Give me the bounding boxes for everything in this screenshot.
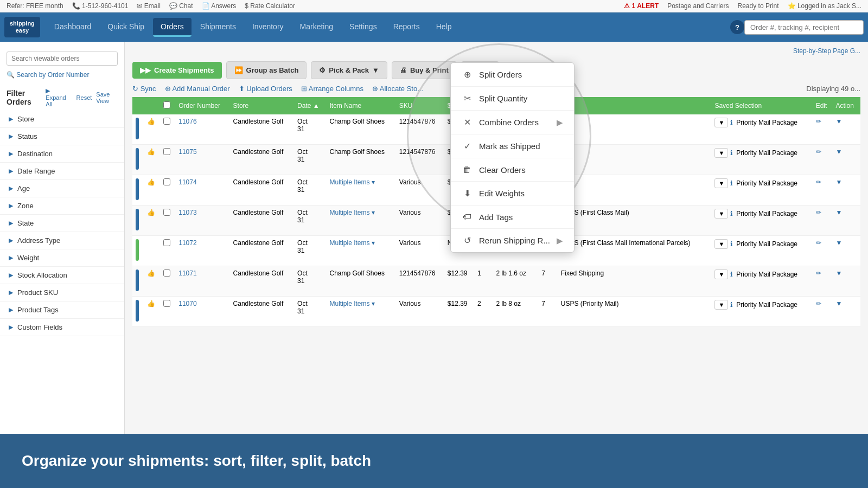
thumbs-up-icon[interactable]: 👍	[147, 148, 155, 156]
group-as-batch-button[interactable]: ⏩ Group as Batch	[226, 61, 307, 79]
dropdown-menu-item-mark-as-shipped[interactable]: ✓ Mark as Shipped	[451, 134, 574, 158]
order-number-link[interactable]: 11073	[178, 209, 196, 216]
filter-address-type[interactable]: ▶Address Type	[0, 232, 124, 249]
action-icon[interactable]: ▼	[836, 148, 843, 156]
nav-quick-ship[interactable]: Quick Ship	[100, 18, 152, 37]
col-order-number[interactable]: Order Number	[175, 97, 229, 114]
thumbs-up-icon[interactable]: 👍	[147, 118, 155, 125]
nav-orders[interactable]: Orders	[153, 18, 192, 37]
search-by-order-link[interactable]: 🔍 Search by Order Number	[0, 69, 124, 81]
edit-icon[interactable]: ✏	[816, 300, 821, 307]
save-view-link[interactable]: Save View	[96, 91, 118, 104]
saved-sel-dropdown[interactable]: ▼	[714, 148, 728, 158]
saved-sel-dropdown[interactable]: ▼	[714, 209, 728, 219]
postage-link[interactable]: Postage and Carriers	[667, 2, 729, 10]
filter-status[interactable]: ▶Status	[0, 128, 124, 145]
multiple-items-link[interactable]: Multiple Items ▾	[330, 300, 375, 307]
refer-link[interactable]: Refer: FREE month	[7, 2, 63, 10]
saved-sel-dropdown[interactable]: ▼	[714, 269, 728, 279]
expand-all-link[interactable]: ▶ Expand All	[46, 87, 72, 107]
filter-product-sku[interactable]: ▶Product SKU	[0, 284, 124, 301]
filter-custom-fields[interactable]: ▶Custom Fields	[0, 319, 124, 336]
order-number-link[interactable]: 11071	[178, 269, 196, 277]
dropdown-menu-item-split-quantity[interactable]: ✂ Split Quantity	[451, 87, 574, 111]
filter-date-range[interactable]: ▶Date Range	[0, 163, 124, 180]
action-icon[interactable]: ▼	[836, 178, 843, 186]
chat-link[interactable]: 💬 Chat	[169, 2, 193, 10]
arrange-columns-link[interactable]: ⊞ Arrange Columns	[301, 85, 363, 93]
filter-state[interactable]: ▶State	[0, 215, 124, 232]
pick-pack-button[interactable]: ⚙ Pick & Pack ▼	[311, 61, 387, 79]
step-by-step-link[interactable]: Step-by-Step Page G...	[132, 47, 860, 58]
allocate-stock-link[interactable]: ⊕ Allocate Sto...	[372, 85, 423, 93]
row-checkbox[interactable]	[163, 178, 170, 185]
action-icon[interactable]: ▼	[836, 269, 843, 277]
sync-link[interactable]: ↻ Sync	[132, 85, 156, 93]
answers-link[interactable]: 📄 Answers	[202, 2, 237, 10]
nav-dashboard[interactable]: Dashboard	[47, 18, 99, 37]
ready-to-print-link[interactable]: Ready to Print	[738, 2, 779, 10]
action-icon[interactable]: ▼	[836, 209, 843, 216]
upload-orders-link[interactable]: ⬆ Upload Orders	[239, 85, 292, 93]
add-manual-order-link[interactable]: ⊕ Add Manual Order	[165, 85, 230, 93]
reset-link[interactable]: Reset	[76, 94, 92, 101]
buy-print-button[interactable]: 🖨 Buy & Print	[392, 61, 457, 79]
filter-weight[interactable]: ▶Weight	[0, 249, 124, 267]
thumbs-up-icon[interactable]: 👍	[147, 269, 155, 277]
filter-destination[interactable]: ▶Destination	[0, 145, 124, 163]
edit-icon[interactable]: ✏	[816, 209, 821, 216]
order-number-link[interactable]: 11076	[178, 118, 196, 125]
edit-icon[interactable]: ✏	[816, 269, 821, 277]
filter-age[interactable]: ▶Age	[0, 180, 124, 197]
multiple-items-link[interactable]: Multiple Items ▾	[330, 178, 375, 186]
filter-stock-allocation[interactable]: ▶Stock Allocation	[0, 267, 124, 284]
nav-settings[interactable]: Settings	[342, 18, 385, 37]
order-number-link[interactable]: 11074	[178, 178, 196, 186]
nav-marketing[interactable]: Marketing	[292, 18, 341, 37]
multiple-items-link[interactable]: Multiple Items ▾	[330, 239, 375, 247]
nav-help[interactable]: Help	[429, 18, 459, 37]
saved-sel-dropdown[interactable]: ▼	[714, 178, 728, 188]
col-date[interactable]: Date ▲	[294, 97, 326, 114]
create-shipments-button[interactable]: ▶▶ Create Shipments	[132, 62, 222, 79]
nav-shipments[interactable]: Shipments	[193, 18, 244, 37]
saved-sel-dropdown[interactable]: ▼	[714, 239, 728, 249]
saved-sel-dropdown[interactable]: ▼	[714, 118, 728, 127]
row-checkbox[interactable]	[163, 300, 170, 307]
filter-product-tags[interactable]: ▶Product Tags	[0, 301, 124, 319]
dropdown-menu-item-clear-orders[interactable]: 🗑 Clear Orders	[451, 158, 574, 182]
help-icon[interactable]: ?	[730, 20, 744, 34]
row-checkbox[interactable]	[163, 209, 170, 216]
search-viewable-orders-input[interactable]	[7, 52, 118, 66]
edit-icon[interactable]: ✏	[816, 178, 821, 186]
multiple-items-link[interactable]: Multiple Items ▾	[330, 209, 375, 216]
order-number-link[interactable]: 11072	[178, 239, 196, 247]
rate-calculator-link[interactable]: $ Rate Calculator	[245, 2, 295, 10]
row-checkbox[interactable]	[163, 239, 170, 246]
dropdown-menu-item-rerun-shipping-r[interactable]: ↺ Rerun Shipping R... ▶	[451, 229, 574, 252]
filter-zone[interactable]: ▶Zone	[0, 197, 124, 215]
edit-icon[interactable]: ✏	[816, 239, 821, 247]
row-checkbox[interactable]	[163, 148, 170, 155]
order-number-link[interactable]: 11070	[178, 300, 196, 307]
order-number-link[interactable]: 11075	[178, 148, 196, 156]
email-link[interactable]: ✉ Email	[137, 2, 160, 10]
edit-icon[interactable]: ✏	[816, 148, 821, 156]
row-checkbox[interactable]	[163, 269, 170, 277]
dropdown-menu-item-add-tags[interactable]: 🏷 Add Tags	[451, 206, 574, 229]
action-icon[interactable]: ▼	[836, 239, 843, 247]
dropdown-menu-item-combine-orders[interactable]: ✕ Combine Orders ▶	[451, 111, 574, 134]
dropdown-menu-item-edit-weights[interactable]: ⬇ Edit Weights	[451, 182, 574, 206]
action-icon[interactable]: ▼	[836, 118, 843, 125]
row-checkbox[interactable]	[163, 118, 170, 125]
phone-link[interactable]: 📞 1-512-960-4101	[72, 2, 129, 10]
select-all-checkbox[interactable]	[163, 101, 170, 108]
thumbs-up-icon[interactable]: 👍	[147, 300, 155, 307]
alert-badge[interactable]: ⚠ 1 ALERT	[624, 2, 659, 10]
thumbs-up-icon[interactable]: 👍	[147, 178, 155, 186]
thumbs-up-icon[interactable]: 👍	[147, 209, 155, 216]
action-icon[interactable]: ▼	[836, 300, 843, 307]
nav-search-input[interactable]	[744, 20, 864, 35]
edit-icon[interactable]: ✏	[816, 118, 821, 125]
filter-store[interactable]: ▶Store	[0, 111, 124, 128]
